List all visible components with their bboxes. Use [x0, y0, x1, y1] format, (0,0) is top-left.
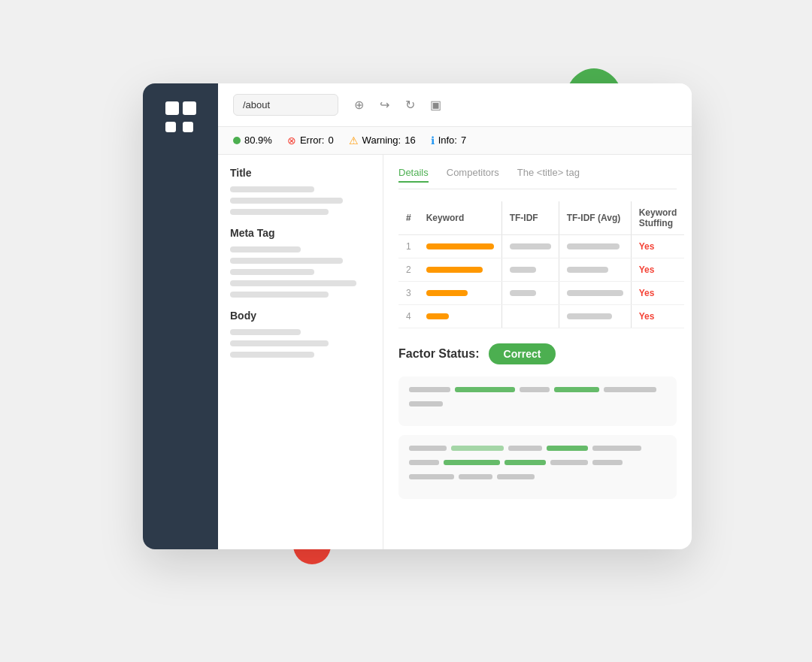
keyword-table: # Keyword TF-IDF TF-IDF (Avg) Keyword St… — [398, 201, 684, 328]
pl-14 — [504, 460, 546, 465]
add-icon[interactable]: ⊕ — [350, 96, 367, 113]
col-tfidf: TF-IDF — [501, 201, 559, 235]
pl-1 — [409, 387, 450, 392]
sidebar — [143, 83, 218, 549]
toolbar-actions: ⊕ ↪ ↻ ▣ — [350, 96, 444, 113]
warning-label: Warning: — [362, 135, 401, 146]
preview-row-1 — [409, 387, 666, 411]
right-panel: Details Competitors The <title> tag # Ke… — [383, 155, 692, 549]
main-card: /about ⊕ ↪ ↻ ▣ 80.9% ⊗ Error: 0 — [143, 83, 692, 549]
url-display: /about — [233, 94, 338, 116]
refresh-icon[interactable]: ↻ — [401, 96, 418, 113]
pl-10 — [547, 446, 588, 451]
logo — [165, 101, 196, 132]
preview-row-3 — [409, 460, 666, 470]
preview-row-2 — [409, 446, 666, 455]
text-preview-1 — [398, 376, 677, 426]
pl-18 — [459, 474, 492, 479]
skeleton-9 — [230, 329, 301, 335]
avg-bar-2 — [567, 267, 608, 273]
warning-count: 16 — [404, 135, 415, 146]
logo-sq4 — [183, 122, 193, 132]
info-status: ℹ Info: 7 — [431, 135, 467, 147]
skeleton-3 — [230, 209, 329, 215]
table-row: 1 Yes — [398, 234, 684, 258]
pl-3 — [520, 387, 550, 392]
skeleton-6 — [230, 269, 314, 275]
score-dot — [233, 137, 241, 144]
kw-bar-2 — [426, 267, 483, 273]
logo-sq3 — [165, 122, 176, 132]
skeleton-8 — [230, 292, 329, 298]
pl-2 — [455, 387, 515, 392]
table-header-row: # Keyword TF-IDF TF-IDF (Avg) Keyword St… — [398, 201, 684, 235]
pl-17 — [409, 474, 454, 479]
body-section-heading: Body — [230, 310, 371, 322]
pl-7 — [409, 446, 447, 451]
kw-bar-3 — [426, 290, 468, 296]
pl-16 — [592, 460, 623, 465]
kw-bar-1 — [426, 243, 494, 249]
factor-status-label: Factor Status: — [398, 347, 480, 361]
pl-15 — [550, 460, 588, 465]
error-icon: ⊗ — [287, 135, 296, 147]
status-bar: 80.9% ⊗ Error: 0 ⚠ Warning: 16 ℹ Info: 7 — [218, 127, 692, 155]
skeleton-10 — [230, 340, 329, 346]
pl-11 — [592, 446, 641, 451]
left-panel: Title Meta Tag Body — [218, 155, 383, 549]
table-row: 2 Yes — [398, 258, 684, 281]
skeleton-4 — [230, 246, 301, 252]
table-row: 3 Yes — [398, 281, 684, 304]
avg-bar-1 — [567, 243, 620, 249]
pl-6 — [409, 401, 443, 407]
info-label: Info: — [438, 135, 457, 146]
main-content: /about ⊕ ↪ ↻ ▣ 80.9% ⊗ Error: 0 — [218, 83, 692, 549]
body-layout: Title Meta Tag Body — [218, 155, 692, 549]
factor-status: Factor Status: Correct — [398, 343, 677, 364]
col-num: # — [398, 201, 419, 235]
kw-bar-4 — [426, 313, 449, 319]
text-preview-2 — [398, 435, 677, 499]
pl-12 — [409, 460, 439, 465]
skeleton-7 — [230, 280, 356, 286]
share-icon[interactable]: ↪ — [376, 96, 392, 113]
score-status: 80.9% — [233, 135, 272, 146]
logo-sq2 — [183, 101, 196, 115]
avg-bar-3 — [567, 290, 623, 296]
tab-title-tag[interactable]: The <title> tag — [517, 167, 580, 183]
pl-4 — [554, 387, 599, 392]
error-count: 0 — [328, 135, 333, 146]
skeleton-1 — [230, 186, 314, 192]
pl-8 — [451, 446, 504, 451]
tab-bar: Details Competitors The <title> tag — [398, 167, 677, 189]
skeleton-2 — [230, 198, 343, 204]
top-bar: /about ⊕ ↪ ↻ ▣ — [218, 83, 692, 127]
col-keyword: Keyword — [419, 201, 502, 235]
stuffing-3: Yes — [639, 288, 655, 298]
stuffing-2: Yes — [639, 264, 655, 275]
tab-competitors[interactable]: Competitors — [447, 167, 499, 183]
stuffing-1: Yes — [639, 241, 655, 252]
tfidf-bar-1 — [510, 243, 551, 249]
skeleton-11 — [230, 352, 314, 358]
tab-details[interactable]: Details — [398, 167, 429, 183]
preview-row-4 — [409, 474, 666, 484]
info-icon: ℹ — [431, 135, 435, 147]
table-row: 4 Yes — [398, 304, 684, 328]
schedule-icon[interactable]: ▣ — [427, 96, 444, 113]
avg-bar-4 — [567, 313, 612, 319]
correct-badge: Correct — [489, 343, 556, 364]
info-count: 7 — [461, 135, 466, 146]
pl-13 — [444, 460, 500, 465]
meta-section-heading: Meta Tag — [230, 227, 371, 239]
score-value: 80.9% — [244, 135, 272, 146]
warning-icon: ⚠ — [349, 135, 359, 147]
error-label: Error: — [300, 135, 325, 146]
pl-19 — [497, 474, 535, 479]
pl-9 — [508, 446, 542, 451]
pl-5 — [604, 387, 656, 392]
title-section-heading: Title — [230, 167, 371, 179]
error-status: ⊗ Error: 0 — [287, 135, 334, 147]
warning-status: ⚠ Warning: 16 — [349, 135, 416, 147]
logo-sq1 — [165, 101, 179, 115]
